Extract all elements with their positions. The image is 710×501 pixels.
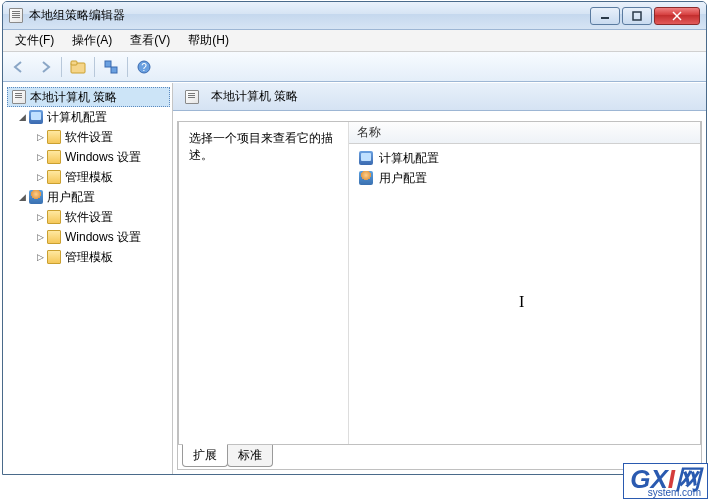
folder-icon [47, 210, 61, 224]
computer-icon [29, 110, 43, 124]
tree-label: Windows 设置 [65, 229, 141, 246]
menu-view[interactable]: 查看(V) [122, 30, 178, 51]
tree-label: 管理模板 [65, 169, 113, 186]
tree-label: 软件设置 [65, 129, 113, 146]
tab-extended[interactable]: 扩展 [182, 444, 228, 467]
list-header-name[interactable]: 名称 [349, 122, 700, 144]
app-icon [9, 8, 23, 23]
collapse-icon[interactable]: ◢ [15, 112, 29, 122]
user-icon [29, 190, 43, 204]
computer-icon [359, 151, 373, 165]
tree-admin-templates[interactable]: ▷ 管理模板 [7, 167, 170, 187]
svg-rect-5 [71, 61, 77, 65]
list-item-computer-config[interactable]: 计算机配置 [355, 148, 694, 168]
description-column: 选择一个项目来查看它的描述。 [179, 122, 349, 444]
body-area: 本地计算机 策略 ◢ 计算机配置 ▷ 软件设置 ▷ Windows 设置 [3, 82, 706, 474]
tree-label: 软件设置 [65, 209, 113, 226]
content-frame: 选择一个项目来查看它的描述。 名称 计算机配置 [177, 121, 702, 470]
list-item-label: 用户配置 [379, 170, 427, 187]
tree-label: 计算机配置 [47, 109, 107, 126]
list-item-user-config[interactable]: 用户配置 [355, 168, 694, 188]
app-window: 本地组策略编辑器 文件(F) 操作(A) 查看(V) 帮助(H) ? 本地计算机… [2, 1, 707, 475]
collapse-icon[interactable]: ◢ [15, 192, 29, 202]
expand-icon[interactable]: ▷ [33, 252, 47, 262]
nav-back-button[interactable] [7, 55, 31, 79]
policy-icon [185, 90, 199, 104]
nav-forward-button[interactable] [33, 55, 57, 79]
tree-software-settings[interactable]: ▷ 软件设置 [7, 207, 170, 227]
tree-label: 用户配置 [47, 189, 95, 206]
folder-icon [47, 230, 61, 244]
expand-icon[interactable]: ▷ [33, 152, 47, 162]
toolbar-separator [94, 57, 95, 77]
expand-icon[interactable]: ▷ [33, 232, 47, 242]
tree-software-settings[interactable]: ▷ 软件设置 [7, 127, 170, 147]
text-cursor-icon: I [519, 293, 524, 311]
maximize-button[interactable] [622, 7, 652, 25]
toolbar-separator [127, 57, 128, 77]
tree-windows-settings[interactable]: ▷ Windows 设置 [7, 147, 170, 167]
menu-file[interactable]: 文件(F) [7, 30, 62, 51]
toolbar-refresh-button[interactable] [99, 55, 123, 79]
folder-icon [47, 130, 61, 144]
list-item-label: 计算机配置 [379, 150, 439, 167]
svg-rect-7 [111, 67, 117, 73]
watermark: GXI网 system.com [623, 463, 708, 499]
content-header: 本地计算机 策略 [173, 83, 706, 111]
tree-root-label: 本地计算机 策略 [30, 89, 117, 106]
menubar: 文件(F) 操作(A) 查看(V) 帮助(H) [3, 30, 706, 52]
content-body: 选择一个项目来查看它的描述。 名称 计算机配置 [178, 121, 701, 445]
tree-pane[interactable]: 本地计算机 策略 ◢ 计算机配置 ▷ 软件设置 ▷ Windows 设置 [3, 83, 173, 474]
tree-windows-settings[interactable]: ▷ Windows 设置 [7, 227, 170, 247]
description-prompt: 选择一个项目来查看它的描述。 [189, 131, 333, 162]
close-button[interactable] [654, 7, 700, 25]
menu-action[interactable]: 操作(A) [64, 30, 120, 51]
window-title: 本地组策略编辑器 [29, 7, 125, 24]
folder-icon [47, 250, 61, 264]
tree-admin-templates[interactable]: ▷ 管理模板 [7, 247, 170, 267]
svg-text:?: ? [141, 62, 147, 73]
folder-icon [47, 150, 61, 164]
tree-root-node[interactable]: 本地计算机 策略 [7, 87, 170, 107]
expand-icon[interactable]: ▷ [33, 212, 47, 222]
toolbar-separator [61, 57, 62, 77]
menu-help[interactable]: 帮助(H) [180, 30, 237, 51]
list-column: 名称 计算机配置 用户配置 [349, 122, 700, 444]
tree-label: 管理模板 [65, 249, 113, 266]
tree-user-config[interactable]: ◢ 用户配置 [7, 187, 170, 207]
folder-icon [47, 170, 61, 184]
toolbar: ? [3, 52, 706, 82]
tree-label: Windows 设置 [65, 149, 141, 166]
policy-icon [12, 90, 26, 104]
content-pane: 本地计算机 策略 选择一个项目来查看它的描述。 名称 [173, 83, 706, 474]
expand-icon[interactable]: ▷ [33, 132, 47, 142]
content-header-title: 本地计算机 策略 [211, 88, 298, 105]
window-controls [590, 7, 700, 25]
titlebar: 本地组策略编辑器 [3, 2, 706, 30]
toolbar-folder-button[interactable] [66, 55, 90, 79]
tree-computer-config[interactable]: ◢ 计算机配置 [7, 107, 170, 127]
svg-rect-1 [633, 12, 641, 20]
expand-icon[interactable]: ▷ [33, 172, 47, 182]
minimize-button[interactable] [590, 7, 620, 25]
svg-rect-6 [105, 61, 111, 67]
tab-standard[interactable]: 标准 [227, 445, 273, 467]
user-icon [359, 171, 373, 185]
column-header-label: 名称 [357, 124, 381, 141]
toolbar-help-button[interactable]: ? [132, 55, 156, 79]
